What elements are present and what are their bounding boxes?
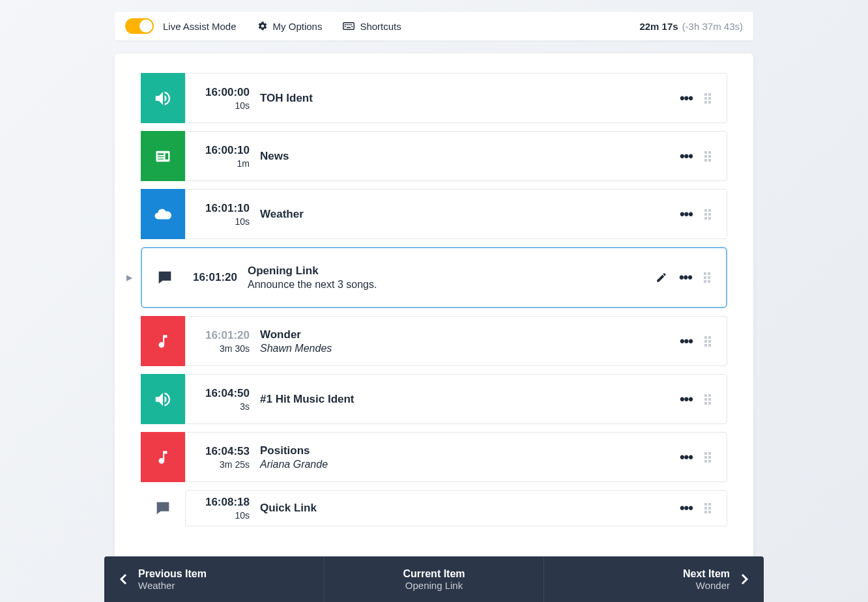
music-icon: [141, 316, 185, 366]
item-duration: 10s: [197, 100, 250, 111]
next-item-button[interactable]: Next Item Wonder: [544, 556, 764, 602]
drag-handle-icon[interactable]: [704, 151, 715, 162]
topbar: Live Assist Mode My Options Shortcuts 22…: [115, 12, 753, 40]
svg-point-6: [352, 26, 353, 27]
drag-handle-icon[interactable]: [704, 209, 715, 220]
bottom-nav: Previous Item Weather Current Item Openi…: [104, 556, 764, 602]
live-assist-label: Live Assist Mode: [163, 21, 237, 32]
curr-value: Opening Link: [403, 580, 465, 591]
cloud-icon: [141, 189, 185, 239]
item-duration: 10s: [197, 510, 250, 521]
time-diff: (-3h 37m 43s): [682, 21, 743, 32]
playlist-item[interactable]: 16:00:10 1m News •••: [141, 131, 727, 181]
more-icon[interactable]: •••: [680, 91, 693, 106]
drag-handle-icon[interactable]: [704, 452, 715, 463]
speaker-icon: [141, 374, 185, 424]
item-time: 16:00:00: [197, 86, 250, 99]
item-title: Opening Link: [248, 265, 656, 278]
item-title: TOH Ident: [260, 92, 680, 105]
more-icon[interactable]: •••: [680, 450, 693, 465]
item-duration: 10s: [197, 216, 250, 227]
more-icon[interactable]: •••: [680, 501, 693, 515]
keyboard-icon: [343, 22, 354, 31]
chevron-right-icon: [736, 571, 752, 587]
item-duration: 3m 30s: [197, 343, 250, 354]
item-time: 16:00:10: [197, 144, 250, 157]
item-time: 16:01:20: [185, 271, 237, 284]
more-icon[interactable]: •••: [680, 334, 693, 349]
item-title: Weather: [260, 208, 680, 221]
playlist-item[interactable]: 16:08:18 10s Quick Link •••: [141, 490, 727, 526]
drag-handle-icon[interactable]: [704, 503, 715, 513]
more-icon[interactable]: •••: [679, 270, 692, 285]
prev-label: Previous Item: [138, 568, 207, 580]
item-duration: 1m: [197, 158, 250, 169]
item-artist: Ariana Grande: [260, 459, 680, 470]
item-artist: Shawn Mendes: [260, 343, 680, 354]
prev-value: Weather: [138, 580, 207, 591]
current-item-wrap: ▶ 16:01:20 Opening Link Announce the nex…: [141, 247, 727, 308]
item-time: 16:01:20: [197, 329, 250, 342]
my-options-label: My Options: [273, 21, 323, 32]
item-title: Positions: [260, 444, 680, 457]
item-title: #1 Hit Music Ident: [260, 393, 680, 406]
my-options-button[interactable]: My Options: [257, 21, 323, 32]
music-icon: [141, 432, 185, 482]
current-caret-icon: ▶: [126, 273, 132, 282]
item-time: 16:04:53: [197, 445, 250, 458]
edit-icon[interactable]: [656, 272, 667, 283]
svg-point-4: [351, 24, 352, 25]
live-assist-toggle[interactable]: [125, 18, 154, 34]
playlist-item[interactable]: 16:04:53 3m 25s Positions Ariana Grande …: [141, 432, 727, 482]
elapsed-time: 22m 17s: [639, 21, 678, 32]
svg-point-5: [345, 26, 346, 27]
gear-icon: [257, 21, 268, 31]
drag-handle-icon[interactable]: [704, 272, 714, 283]
playlist-item[interactable]: 16:01:10 10s Weather •••: [141, 189, 727, 239]
news-icon: [141, 131, 185, 181]
shortcuts-button[interactable]: Shortcuts: [343, 21, 401, 32]
item-title: Quick Link: [260, 502, 680, 515]
speech-icon: [154, 268, 176, 287]
playlist-item[interactable]: 16:01:20 3m 30s Wonder Shawn Mendes •••: [141, 316, 727, 366]
speech-icon: [141, 490, 185, 526]
drag-handle-icon[interactable]: [704, 336, 715, 347]
previous-item-button[interactable]: Previous Item Weather: [104, 556, 325, 602]
item-duration: 3m 25s: [197, 459, 250, 470]
playlist-item[interactable]: 16:04:50 3s #1 Hit Music Ident •••: [141, 374, 727, 424]
item-title: News: [260, 150, 680, 163]
shortcuts-label: Shortcuts: [360, 21, 401, 32]
item-duration: 3s: [197, 401, 250, 412]
curr-label: Current Item: [403, 568, 465, 580]
speaker-icon: [141, 73, 185, 123]
current-item-display: Current Item Opening Link: [325, 556, 545, 602]
item-subtitle: Announce the next 3 songs.: [248, 279, 656, 291]
playlist-item-current[interactable]: 16:01:20 Opening Link Announce the next …: [141, 247, 727, 308]
svg-point-2: [347, 24, 348, 25]
more-icon[interactable]: •••: [680, 392, 693, 407]
item-time: 16:01:10: [197, 202, 250, 215]
playlist-item[interactable]: 16:00:00 10s TOH Ident •••: [141, 73, 727, 123]
more-icon[interactable]: •••: [680, 207, 693, 222]
chevron-left-icon: [116, 571, 132, 587]
item-time: 16:08:18: [197, 496, 250, 509]
svg-point-3: [349, 24, 350, 25]
drag-handle-icon[interactable]: [704, 394, 715, 405]
item-time: 16:04:50: [197, 387, 250, 400]
next-label: Next Item: [683, 568, 730, 580]
playlist-panel: 16:00:00 10s TOH Ident ••• 16:00:10: [115, 53, 753, 602]
drag-handle-icon[interactable]: [704, 93, 715, 104]
more-icon[interactable]: •••: [680, 149, 693, 164]
item-title: Wonder: [260, 328, 680, 341]
svg-point-1: [345, 24, 346, 25]
next-value: Wonder: [683, 580, 730, 591]
